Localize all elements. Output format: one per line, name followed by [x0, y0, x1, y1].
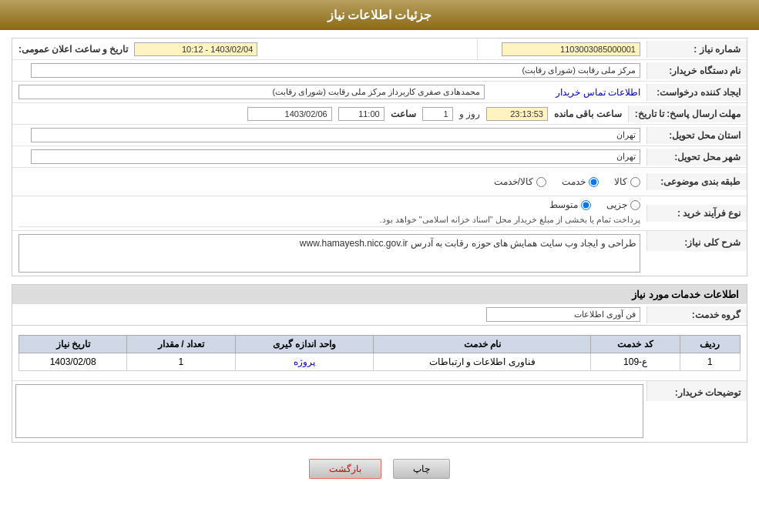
- tender-number-label: شماره نیاز :: [646, 41, 747, 58]
- creator-contact-link[interactable]: اطلاعات تماس خریدار: [556, 87, 640, 98]
- process-note: پرداخت تمام یا بخشی از مبلغ خریدار محل "…: [18, 213, 640, 227]
- announce-date-label: تاریخ و ساعت اعلان عمومی:: [18, 44, 128, 55]
- announce-date-value: 1403/02/04 - 10:12: [134, 42, 257, 56]
- category-kala-option[interactable]: کالا: [614, 176, 640, 187]
- process-label: نوع فرآیند خرید :: [646, 205, 747, 222]
- category-label: طبقه بندی موضوعی:: [646, 173, 747, 190]
- city-label: شهر محل تحویل:: [646, 149, 747, 166]
- table-row: 1 ع-109 فناوری اطلاعات و ارتباطات پروژه …: [19, 353, 741, 371]
- buyer-desc-section: توضیحات خریدار:: [12, 380, 747, 442]
- remaining-time: 23:13:53: [486, 107, 548, 121]
- cell-code: ع-109: [591, 353, 680, 371]
- col-name: نام خدمت: [374, 336, 591, 353]
- services-table: ردیف کد خدمت نام خدمت واحد اندازه گیری ت…: [18, 335, 741, 371]
- service-group-value: فن آوری اطلاعات: [486, 307, 640, 322]
- process-partial-option[interactable]: جزیی: [606, 199, 640, 210]
- province-value: تهران: [31, 128, 640, 142]
- category-kala-label: کالا: [614, 176, 627, 187]
- category-khedmat-radio[interactable]: [589, 177, 599, 187]
- category-both-label: کالا/خدمت: [494, 176, 533, 187]
- print-button[interactable]: چاپ: [393, 459, 450, 479]
- creator-label: ایجاد کننده درخواست:: [646, 84, 747, 101]
- deadline-days: 1: [422, 107, 453, 121]
- process-partial-label: جزیی: [606, 199, 627, 210]
- process-medium-radio[interactable]: [581, 200, 591, 210]
- deadline-label: مهلت ارسال پاسخ: تا تاریخ:: [628, 105, 747, 122]
- process-medium-option[interactable]: متوسط: [549, 199, 591, 210]
- cell-date: 1403/02/08: [19, 353, 127, 371]
- cell-qty: 1: [127, 353, 235, 371]
- deadline-time: 11:00: [338, 107, 385, 121]
- service-group-label: گروه خدمت:: [646, 306, 747, 323]
- tender-number-value: 1103003085000001: [502, 42, 640, 56]
- desc-label: شرح کلی نیاز:: [646, 231, 747, 251]
- buyer-desc-value: [12, 381, 646, 441]
- cell-name: فناوری اطلاعات و ارتباطات: [374, 353, 591, 371]
- col-qty: تعداد / مقدار: [127, 336, 235, 353]
- footer-buttons: چاپ بازگشت: [12, 447, 747, 490]
- deadline-date: 1403/02/06: [247, 107, 332, 121]
- col-code: کد خدمت: [591, 336, 680, 353]
- cell-row-num: 1: [680, 353, 740, 371]
- remaining-label: ساعت باقی مانده: [554, 109, 622, 119]
- desc-value: طراحی و ایجاد وب سایت همایش های حوزه رقا…: [300, 238, 636, 249]
- page-title: جزئیات اطلاعات نیاز: [0, 0, 759, 30]
- buyer-desc-label: توضیحات خریدار:: [646, 381, 747, 401]
- buyer-org-label: نام دستگاه خریدار:: [646, 62, 747, 79]
- buyer-org-value: مرکز ملی رقابت (شورای رقابت): [31, 63, 640, 78]
- process-partial-radio[interactable]: [630, 200, 640, 210]
- col-date: تاریخ نیاز: [19, 336, 127, 353]
- day-unit-label: روز و: [459, 109, 480, 119]
- category-khedmat-label: خدمت: [562, 176, 586, 187]
- col-unit: واحد اندازه گیری: [235, 336, 374, 353]
- province-label: استان محل تحویل:: [646, 127, 747, 144]
- services-title: اطلاعات خدمات مورد نیاز: [12, 285, 747, 304]
- category-khedmat-option[interactable]: خدمت: [562, 176, 599, 187]
- cell-unit: پروژه: [235, 353, 374, 371]
- col-row: ردیف: [680, 336, 740, 353]
- category-both-option[interactable]: کالا/خدمت: [494, 176, 546, 187]
- creator-value: محمدهادی صفری کاربرداز مرکز ملی رقابت (ش…: [18, 85, 485, 99]
- time-label: ساعت: [391, 109, 416, 119]
- category-kala-radio[interactable]: [630, 177, 640, 187]
- process-medium-label: متوسط: [549, 199, 578, 210]
- city-value: تهران: [31, 149, 640, 164]
- category-both-radio[interactable]: [536, 177, 546, 187]
- back-button[interactable]: بازگشت: [309, 459, 381, 479]
